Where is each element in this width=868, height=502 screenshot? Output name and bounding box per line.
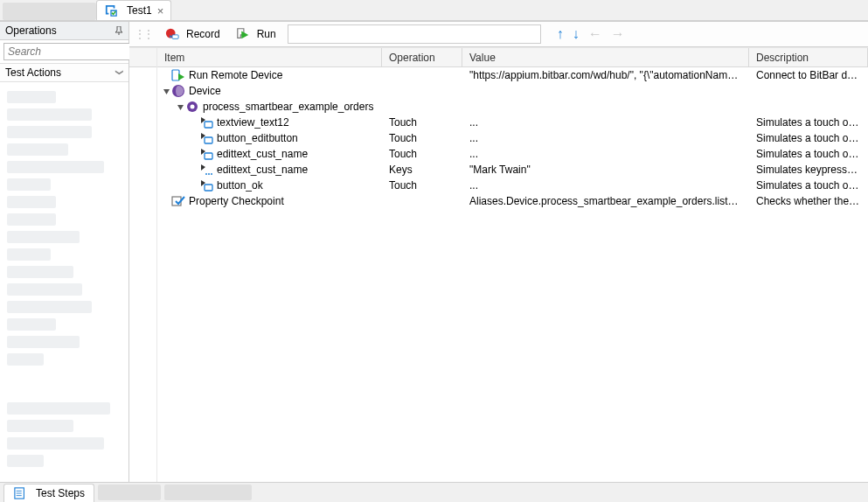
svg-rect-8 bbox=[205, 122, 212, 128]
search-input[interactable] bbox=[3, 43, 144, 60]
list-item[interactable] bbox=[7, 91, 56, 103]
list-item[interactable] bbox=[7, 336, 80, 348]
value-text: ... bbox=[469, 116, 478, 129]
operation-text: Touch bbox=[389, 116, 417, 129]
expander-icon[interactable] bbox=[161, 87, 171, 95]
operations-panel-header: Operations bbox=[0, 21, 128, 40]
object-icon bbox=[199, 131, 213, 145]
test-actions-section-header[interactable]: Test Actions ❯ bbox=[0, 63, 128, 82]
table-row[interactable]: process_smartbear_example_orders bbox=[157, 99, 868, 115]
svg-point-7 bbox=[191, 105, 195, 109]
list-item[interactable] bbox=[7, 196, 56, 208]
toolbar-input[interactable] bbox=[288, 24, 541, 44]
header-item[interactable]: Item bbox=[157, 48, 382, 66]
list-item[interactable] bbox=[7, 283, 82, 296]
tab-test-steps[interactable]: Test Steps bbox=[3, 484, 94, 503]
editor-toolbar: ⋮⋮ Record Run ↑ ↓ ← → bbox=[129, 21, 868, 47]
list-item[interactable] bbox=[7, 266, 73, 278]
table-row[interactable]: edittext_cust_nameTouch...Simulates a to… bbox=[157, 146, 868, 162]
object-icon bbox=[199, 115, 213, 129]
table-row[interactable]: edittext_cust_nameKeys"Mark Twain"Simula… bbox=[157, 162, 868, 178]
header-operation[interactable]: Operation bbox=[382, 48, 462, 66]
item-text: Device bbox=[189, 85, 221, 97]
list-item[interactable] bbox=[7, 213, 56, 226]
item-text: edittext_cust_name bbox=[217, 164, 308, 176]
move-up-button[interactable]: ↑ bbox=[557, 26, 564, 42]
list-item[interactable] bbox=[7, 126, 92, 138]
value-text: ... bbox=[469, 132, 478, 144]
header-description[interactable]: Description bbox=[749, 48, 868, 66]
svg-rect-10 bbox=[205, 153, 212, 159]
toolbar-grip: ⋮⋮ bbox=[135, 28, 152, 40]
svg-rect-4 bbox=[172, 70, 179, 80]
list-item[interactable] bbox=[7, 248, 51, 261]
run-button[interactable]: Run bbox=[230, 24, 282, 44]
table-row[interactable]: button_editbuttonTouch...Simulates a tou… bbox=[157, 130, 868, 146]
item-text: textview_text12 bbox=[217, 116, 289, 129]
item-text: process_smartbear_example_orders bbox=[203, 101, 373, 113]
list-item[interactable] bbox=[7, 178, 51, 191]
description-text: Simulates a touch on the bbox=[756, 132, 861, 144]
run-label: Run bbox=[257, 28, 276, 40]
list-item[interactable] bbox=[7, 402, 110, 415]
item-text: button_ok bbox=[217, 179, 263, 192]
value-text: Aliases.Device.process_smartbear_example… bbox=[469, 195, 742, 207]
tab-placeholder bbox=[3, 3, 96, 20]
record-button[interactable]: Record bbox=[159, 24, 226, 44]
operation-text: Keys bbox=[389, 164, 413, 176]
list-item[interactable] bbox=[7, 318, 56, 331]
list-item[interactable] bbox=[7, 161, 104, 173]
item-text: edittext_cust_name bbox=[217, 148, 308, 160]
table-row[interactable]: Property CheckpointAliases.Device.proces… bbox=[157, 193, 868, 209]
table-row[interactable]: Run Remote Device"https://appium.bitbar.… bbox=[157, 67, 868, 83]
list-item[interactable] bbox=[7, 108, 92, 121]
bottom-tab-placeholder[interactable] bbox=[98, 485, 161, 500]
description-text: Simulates keypresses on bbox=[756, 164, 861, 176]
list-item[interactable] bbox=[7, 437, 104, 450]
svg-point-12 bbox=[208, 173, 210, 175]
test-steps-icon bbox=[13, 486, 27, 500]
description-text: Simulates a touch on the bbox=[756, 148, 861, 160]
device-icon bbox=[171, 84, 185, 98]
value-text: ... bbox=[469, 148, 478, 160]
keyword-test-icon bbox=[104, 3, 118, 17]
bottom-tab-placeholder[interactable] bbox=[164, 485, 252, 500]
operation-text: Touch bbox=[389, 179, 417, 192]
list-item[interactable] bbox=[7, 231, 80, 243]
chevron-down-icon: ❯ bbox=[115, 69, 124, 76]
operations-panel: Operations Test Actions ❯ bbox=[0, 21, 129, 482]
list-item[interactable] bbox=[7, 455, 44, 467]
table-row[interactable]: button_okTouch...Simulates a touch on th… bbox=[157, 178, 868, 193]
header-value[interactable]: Value bbox=[462, 48, 749, 66]
list-item[interactable] bbox=[7, 301, 92, 313]
expander-icon[interactable] bbox=[175, 103, 185, 111]
table-row[interactable]: textview_text12Touch...Simulates a touch… bbox=[157, 115, 868, 130]
nav-arrows: ↑ ↓ ← → bbox=[557, 26, 625, 42]
svg-point-11 bbox=[205, 173, 207, 175]
checkpoint-icon bbox=[171, 194, 185, 208]
description-text: Connect to BitBar device bbox=[756, 69, 861, 81]
pin-icon[interactable] bbox=[115, 26, 123, 35]
table-row[interactable]: Device bbox=[157, 83, 868, 99]
move-down-button[interactable]: ↓ bbox=[573, 26, 580, 42]
test-editor: ⋮⋮ Record Run ↑ ↓ ← → bbox=[129, 21, 868, 482]
run-remote-device-icon bbox=[171, 68, 185, 82]
list-item[interactable] bbox=[7, 143, 68, 156]
list-item[interactable] bbox=[7, 420, 73, 432]
tab-close-button[interactable]: × bbox=[157, 5, 164, 17]
record-label: Record bbox=[186, 28, 220, 40]
move-right-button[interactable]: → bbox=[611, 26, 625, 42]
description-text: Checks whether the 'Tex bbox=[756, 195, 861, 207]
keys-icon bbox=[199, 163, 213, 177]
document-tab-bar: Test1 × bbox=[0, 0, 868, 21]
list-item[interactable] bbox=[7, 353, 44, 366]
description-text: Simulates a touch on the bbox=[756, 179, 861, 192]
search-row bbox=[0, 40, 128, 63]
object-icon bbox=[199, 147, 213, 161]
bottom-tab-bar: Test Steps bbox=[0, 482, 868, 502]
tab-test1[interactable]: Test1 × bbox=[96, 0, 171, 20]
item-text: button_editbutton bbox=[217, 132, 298, 144]
svg-rect-14 bbox=[205, 185, 212, 191]
move-left-button[interactable]: ← bbox=[588, 26, 602, 42]
operation-text: Touch bbox=[389, 148, 417, 160]
